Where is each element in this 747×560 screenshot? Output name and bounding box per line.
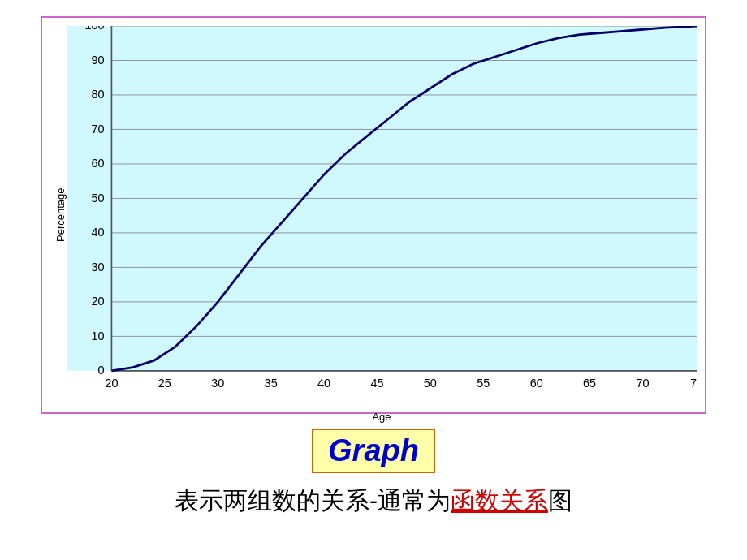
x-axis-label: Age	[67, 407, 697, 423]
chart-svg: 100 90 80 70 60 50 40 30 20 10 0 20 25	[67, 26, 697, 407]
svg-text:80: 80	[92, 88, 105, 101]
svg-text:60: 60	[92, 157, 105, 170]
svg-text:70: 70	[92, 123, 105, 136]
description-text: 表示两组数的关系-通常为函数关系图	[175, 485, 572, 518]
svg-text:45: 45	[370, 377, 383, 390]
svg-text:40: 40	[317, 377, 330, 390]
svg-text:55: 55	[477, 377, 490, 390]
svg-text:60: 60	[530, 377, 543, 390]
svg-text:100: 100	[85, 26, 105, 32]
graph-svg-container: 100 90 80 70 60 50 40 30 20 10 0 20 25	[67, 26, 697, 407]
caption-section: Graph 表示两组数的关系-通常为函数关系图	[16, 429, 731, 518]
description-suffix: 图	[548, 487, 572, 514]
y-axis-label: Percentage	[50, 26, 67, 404]
description-prefix: 表示两组数的关系-通常为	[175, 487, 451, 514]
svg-text:70: 70	[636, 377, 649, 390]
graph-label-box: Graph	[312, 429, 435, 473]
svg-text:10: 10	[92, 330, 105, 342]
svg-text:20: 20	[92, 295, 105, 308]
svg-text:75: 75	[690, 377, 697, 390]
svg-text:90: 90	[92, 54, 105, 67]
svg-text:30: 30	[92, 261, 105, 274]
graph-label-text: Graph	[328, 433, 419, 467]
description-link[interactable]: 函数关系	[451, 487, 548, 514]
chart-container: Percentage	[41, 16, 706, 414]
svg-text:25: 25	[158, 377, 171, 390]
svg-text:0: 0	[98, 364, 105, 377]
svg-text:40: 40	[92, 226, 105, 239]
chart-area: 100 90 80 70 60 50 40 30 20 10 0 20 25	[67, 26, 697, 404]
svg-text:65: 65	[583, 377, 596, 390]
svg-text:30: 30	[211, 377, 224, 390]
svg-text:20: 20	[105, 377, 118, 390]
svg-text:35: 35	[265, 377, 278, 390]
svg-text:50: 50	[92, 192, 105, 205]
svg-text:50: 50	[424, 377, 437, 390]
